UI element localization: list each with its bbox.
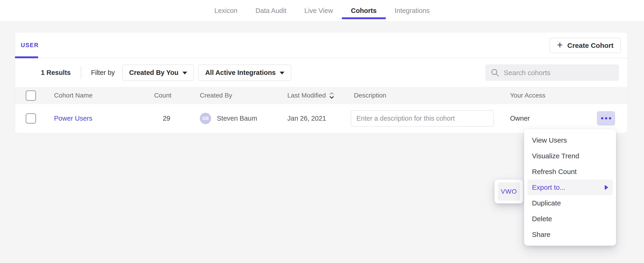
export-submenu: VWO [494, 180, 523, 203]
nav-tab-integrations[interactable]: Integrations [386, 0, 439, 21]
menu-item-duplicate[interactable]: Duplicate [524, 195, 616, 211]
column-header-your-access[interactable]: Your Access [510, 92, 627, 99]
menu-item-refresh-count[interactable]: Refresh Count [524, 164, 616, 180]
export-to-label: Export to... [532, 183, 566, 191]
chevron-down-icon [280, 72, 284, 74]
description-input[interactable] [351, 110, 494, 127]
search-cohorts-input[interactable] [504, 69, 614, 77]
top-nav: Lexicon Data Audit Live View Cohorts Int… [0, 0, 644, 22]
column-header-created-by[interactable]: Created By [172, 92, 287, 99]
nav-tab-live-view[interactable]: Live View [296, 0, 342, 21]
vertical-divider [81, 67, 81, 79]
nav-tab-cohorts[interactable]: Cohorts [342, 0, 386, 21]
avatar: SB [200, 113, 211, 124]
column-header-count[interactable]: Count [144, 92, 172, 99]
more-actions-button[interactable] [597, 111, 615, 125]
table-header-row: Cohort Name Count Created By Last Modifi… [15, 87, 627, 104]
export-option-vwo[interactable]: VWO [498, 182, 520, 201]
search-cohorts-box[interactable] [485, 65, 619, 81]
nav-tab-data-audit[interactable]: Data Audit [246, 0, 296, 21]
filter-bar: 1 Results Filter by Created By You All A… [15, 58, 627, 87]
menu-item-share[interactable]: Share [524, 227, 616, 242]
tab-user[interactable]: USER [15, 32, 38, 58]
created-by-filter-value: Created By You [129, 69, 178, 77]
more-icon [609, 117, 611, 119]
last-modified-date: Jan 26, 2021 [287, 115, 351, 122]
submenu-arrow-icon [605, 185, 608, 190]
cohort-count: 29 [144, 115, 172, 122]
plus-icon: + [557, 40, 563, 50]
creator-name: Steven Baum [217, 115, 257, 122]
search-icon [491, 68, 499, 77]
more-icon [605, 117, 607, 119]
created-by-filter-dropdown[interactable]: Created By You [122, 65, 194, 81]
create-cohort-button[interactable]: + Create Cohort [550, 38, 621, 53]
nav-tab-lexicon[interactable]: Lexicon [205, 0, 246, 21]
column-header-description[interactable]: Description [351, 92, 510, 99]
create-cohort-label: Create Cohort [567, 42, 614, 50]
card-tab-bar: USER + Create Cohort [15, 32, 627, 58]
row-actions-menu: View Users Visualize Trend Refresh Count… [524, 129, 616, 246]
integrations-filter-dropdown[interactable]: All Active Integrations [198, 65, 291, 81]
column-header-last-modified[interactable]: Last Modified [287, 92, 351, 99]
filter-by-label: Filter by [91, 69, 115, 77]
chevron-down-icon [182, 72, 187, 74]
results-count: 1 Results [41, 69, 71, 77]
cohorts-card: USER + Create Cohort 1 Results Filter by… [15, 32, 628, 133]
menu-item-visualize-trend[interactable]: Visualize Trend [524, 148, 616, 164]
table-row: Power Users 29 SB Steven Baum Jan 26, 20… [15, 104, 627, 133]
select-all-checkbox[interactable] [26, 90, 36, 101]
cohort-name-link[interactable]: Power Users [54, 115, 92, 122]
menu-item-delete[interactable]: Delete [524, 211, 616, 227]
menu-item-view-users[interactable]: View Users [524, 132, 616, 148]
sort-icon[interactable] [329, 92, 335, 99]
access-level: Owner [510, 115, 530, 122]
integrations-filter-value: All Active Integrations [205, 69, 276, 77]
menu-item-export-to[interactable]: Export to... [527, 180, 613, 195]
row-checkbox[interactable] [26, 113, 36, 124]
column-header-cohort-name[interactable]: Cohort Name [54, 92, 144, 99]
more-icon [601, 117, 603, 119]
